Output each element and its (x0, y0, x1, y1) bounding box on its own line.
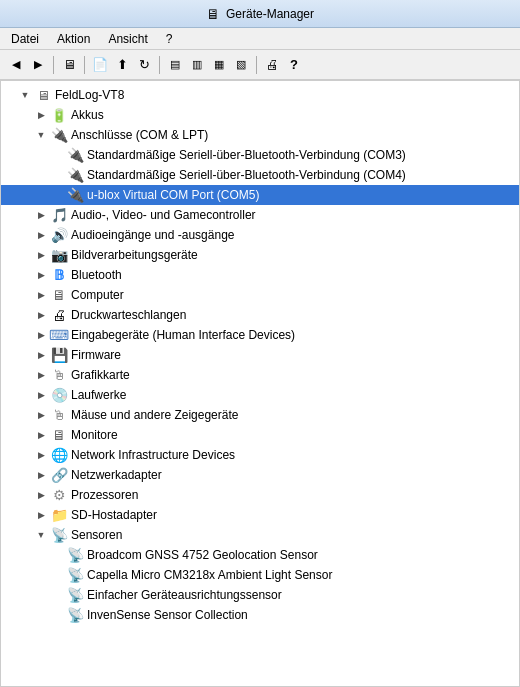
tree-item-com4[interactable]: 🔌 Standardmäßige Seriell-über-Bluetooth-… (1, 165, 519, 185)
tree-item-com3[interactable]: 🔌 Standardmäßige Seriell-über-Bluetooth-… (1, 145, 519, 165)
firmware-icon: 💾 (51, 347, 67, 363)
help-button[interactable]: ? (284, 55, 304, 75)
network-infra-expander[interactable] (33, 447, 49, 463)
tree-item-prozessoren[interactable]: ⚙ Prozessoren (1, 485, 519, 505)
tree-item-sd-hostadapter[interactable]: 📁 SD-Hostadapter (1, 505, 519, 525)
com5-icon: 🔌 (67, 187, 83, 203)
netzwerk-icon: 🔗 (51, 467, 67, 483)
tree-item-druckwarteschlangen[interactable]: 🖨 Druckwarteschlangen (1, 305, 519, 325)
audio-video-icon: 🎵 (51, 207, 67, 223)
laufwerke-expander[interactable] (33, 387, 49, 403)
audioeingaenge-expander[interactable] (33, 227, 49, 243)
laufwerke-icon: 💿 (51, 387, 67, 403)
menu-help[interactable]: ? (163, 32, 176, 46)
maeuse-label: Mäuse und andere Zeigegeräte (69, 408, 238, 422)
capella-label: Capella Micro CM3218x Ambient Light Sens… (85, 568, 332, 582)
tree-item-sensoren[interactable]: 📡 Sensoren (1, 525, 519, 545)
sensoren-icon: 📡 (51, 527, 67, 543)
anschlusse-expander[interactable] (33, 127, 49, 143)
grafik-expander[interactable] (33, 367, 49, 383)
tree-item-laufwerke[interactable]: 💿 Laufwerke (1, 385, 519, 405)
menu-datei[interactable]: Datei (8, 32, 42, 46)
eingabe-icon: ⌨ (51, 327, 67, 343)
toolbar-separator-4 (256, 56, 257, 74)
computer-label: Computer (69, 288, 124, 302)
bluetooth-expander[interactable] (33, 267, 49, 283)
tree-item-bluetooth[interactable]: 𝔹 Bluetooth (1, 265, 519, 285)
view-btn3[interactable]: ▦ (209, 55, 229, 75)
device-manager-content[interactable]: 🖥 FeldLog-VT8 🔋 Akkus 🔌 Anschlüsse (COM … (0, 80, 520, 687)
maeuse-expander[interactable] (33, 407, 49, 423)
tree-item-network-infra[interactable]: 🌐 Network Infrastructure Devices (1, 445, 519, 465)
sd-expander[interactable] (33, 507, 49, 523)
forward-button[interactable]: ▶ (28, 55, 48, 75)
firmware-label: Firmware (69, 348, 121, 362)
tree-item-akkus[interactable]: 🔋 Akkus (1, 105, 519, 125)
capella-icon: 📡 (67, 567, 83, 583)
drucker-expander[interactable] (33, 307, 49, 323)
view-btn1[interactable]: ▤ (165, 55, 185, 75)
sensoren-label: Sensoren (69, 528, 122, 542)
monitore-expander[interactable] (33, 427, 49, 443)
bildverarbeitung-icon: 📷 (51, 247, 67, 263)
tree-item-netzwerkadapter[interactable]: 🔗 Netzwerkadapter (1, 465, 519, 485)
tree-item-bildverarbeitung[interactable]: 📷 Bildverarbeitungsgeräte (1, 245, 519, 265)
eingabe-expander[interactable] (33, 327, 49, 343)
sensoren-expander[interactable] (33, 527, 49, 543)
app-icon: 🖥 (206, 6, 220, 22)
computer-icon: 🖥 (35, 87, 51, 103)
computer-expander[interactable] (33, 287, 49, 303)
tree-item-eingabegeraete[interactable]: ⌨ Eingabegeräte (Human Interface Devices… (1, 325, 519, 345)
akkus-expander[interactable] (33, 107, 49, 123)
tree-root[interactable]: 🖥 FeldLog-VT8 (1, 85, 519, 105)
tree-item-firmware[interactable]: 💾 Firmware (1, 345, 519, 365)
firmware-expander[interactable] (33, 347, 49, 363)
sd-label: SD-Hostadapter (69, 508, 157, 522)
tree-item-broadcom-gnss[interactable]: 📡 Broadcom GNSS 4752 Geolocation Sensor (1, 545, 519, 565)
invensense-icon: 📡 (67, 607, 83, 623)
netzwerk-expander[interactable] (33, 467, 49, 483)
tree-item-grafikkarte[interactable]: 🖱 Grafikkarte (1, 365, 519, 385)
toolbar-separator-1 (53, 56, 54, 74)
drucker-label: Druckwarteschlangen (69, 308, 186, 322)
menu-ansicht[interactable]: Ansicht (105, 32, 150, 46)
tree-item-audio-video[interactable]: 🎵 Audio-, Video- und Gamecontroller (1, 205, 519, 225)
network-infra-icon: 🌐 (51, 447, 67, 463)
tree-item-computer[interactable]: 🖥 Computer (1, 285, 519, 305)
view-btn4[interactable]: ▧ (231, 55, 251, 75)
audioeingaenge-label: Audioeingänge und -ausgänge (69, 228, 234, 242)
toolbar-separator-3 (159, 56, 160, 74)
root-expander[interactable] (17, 87, 33, 103)
window-title: Geräte-Manager (226, 7, 314, 21)
tree-item-maeuse[interactable]: 🖱 Mäuse und andere Zeigegeräte (1, 405, 519, 425)
bluetooth-label: Bluetooth (69, 268, 122, 282)
computer-button[interactable]: 🖥 (59, 55, 79, 75)
akkus-label: Akkus (69, 108, 104, 122)
audio-video-expander[interactable] (33, 207, 49, 223)
tree-item-geraeteausrichtung[interactable]: 📡 Einfacher Geräteausrichtungssensor (1, 585, 519, 605)
prozessoren-expander[interactable] (33, 487, 49, 503)
tree-item-capella[interactable]: 📡 Capella Micro CM3218x Ambient Light Se… (1, 565, 519, 585)
com4-label: Standardmäßige Seriell-über-Bluetooth-Ve… (85, 168, 406, 182)
tree-item-anschlusse[interactable]: 🔌 Anschlüsse (COM & LPT) (1, 125, 519, 145)
properties-button[interactable]: 📄 (90, 55, 110, 75)
com4-icon: 🔌 (67, 167, 83, 183)
battery-icon: 🔋 (51, 107, 67, 123)
com3-icon: 🔌 (67, 147, 83, 163)
update-driver-button[interactable]: ⬆ (112, 55, 132, 75)
tree-item-audioeingaenge[interactable]: 🔊 Audioeingänge und -ausgänge (1, 225, 519, 245)
tree-item-com5[interactable]: 🔌 u-blox Virtual COM Port (COM5) (1, 185, 519, 205)
bildverarbeitung-expander[interactable] (33, 247, 49, 263)
back-button[interactable]: ◀ (6, 55, 26, 75)
tree-item-monitore[interactable]: 🖥 Monitore (1, 425, 519, 445)
audioeingaenge-icon: 🔊 (51, 227, 67, 243)
toolbar: ◀ ▶ 🖥 📄 ⬆ ↻ ▤ ▥ ▦ ▧ 🖨 ? (0, 50, 520, 80)
tree-item-invensense[interactable]: 📡 InvenSense Sensor Collection (1, 605, 519, 625)
menu-aktion[interactable]: Aktion (54, 32, 93, 46)
view-btn2[interactable]: ▥ (187, 55, 207, 75)
refresh-button[interactable]: ↻ (134, 55, 154, 75)
print-button[interactable]: 🖨 (262, 55, 282, 75)
broadcom-label: Broadcom GNSS 4752 Geolocation Sensor (85, 548, 318, 562)
broadcom-icon: 📡 (67, 547, 83, 563)
menu-bar: Datei Aktion Ansicht ? (0, 28, 520, 50)
